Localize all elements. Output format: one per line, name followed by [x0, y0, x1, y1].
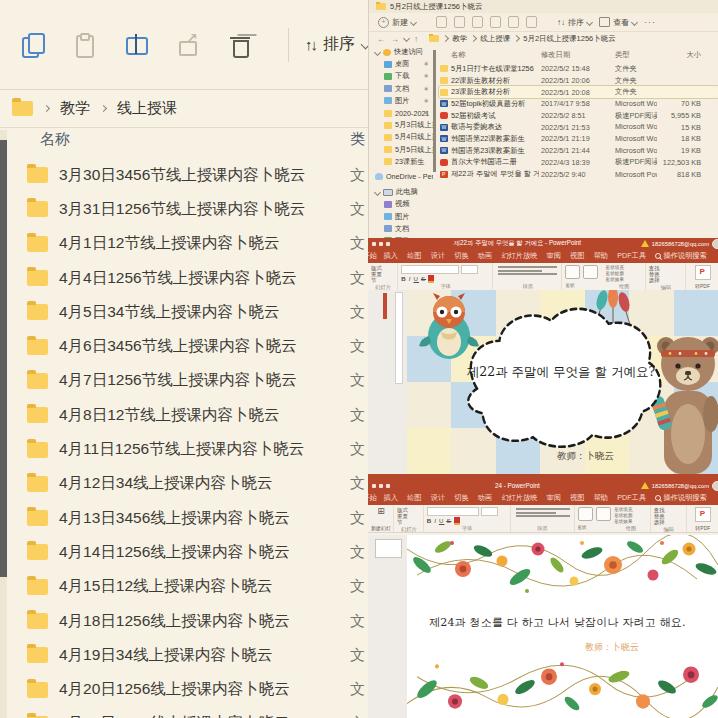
copy-button[interactable] [22, 33, 74, 57]
folder-row[interactable]: 4月20日1256线上授课内容卜晓云 文 [0, 672, 368, 706]
delete-button[interactable] [526, 16, 537, 28]
shape-fill-button[interactable]: 形状填充 [606, 265, 643, 271]
slide-thumbnails-pane[interactable] [368, 535, 407, 718]
file-row[interactable]: 首尔大学韩国语二册 2022/4/3 18:39 极速PDF阅读器 122,50… [439, 157, 718, 169]
avatar[interactable] [712, 481, 718, 491]
column-header-date[interactable]: 修改日期 [541, 50, 570, 60]
ribbon-tab[interactable]: 绘图 [403, 493, 427, 503]
folder-row[interactable]: 4月13日3456线上授课内容卜晓云 文 [0, 501, 368, 535]
share-button[interactable] [178, 33, 230, 57]
tab-home-clipped[interactable]: 开始 [368, 251, 379, 261]
sidebar-item[interactable]: 文档 [369, 83, 433, 95]
column-header-name[interactable]: 名称 [451, 50, 466, 60]
folder-row[interactable]: 4月4日1256节线上授课内容卜晓云 文 [0, 261, 368, 295]
file-row[interactable]: 52届初级考试 2022/5/2 8:51 极速PDF阅读器 5,955 KB [439, 110, 718, 122]
quick-access-toolbar[interactable] [372, 242, 390, 246]
shapes-button[interactable] [565, 265, 580, 279]
column-header-type[interactable]: 类 [350, 130, 365, 149]
font-buttons[interactable]: BIUS [427, 517, 508, 525]
scrollbar[interactable] [0, 130, 7, 718]
sidebar-item-quick-access[interactable]: 快速访问 [369, 46, 433, 58]
paragraph-buttons[interactable] [496, 265, 559, 277]
ribbon-tab[interactable]: 幻灯片放映 [497, 251, 542, 261]
sidebar-scrollbar[interactable] [433, 50, 436, 172]
new-button[interactable]: + 新建 [378, 17, 416, 28]
ribbon-tab[interactable]: 切换 [450, 493, 474, 503]
ribbon-tab[interactable]: 审阅 [542, 251, 566, 261]
ribbon-tab[interactable]: 帮助 [589, 251, 613, 261]
sidebar-item-this-pc[interactable]: 此电脑 [369, 186, 433, 198]
file-row[interactable]: 제22과 주말에 무엇을 할 거예요 2022/5/2 9:40 Microso… [439, 168, 718, 180]
sort-button[interactable]: ↑↓ 排序 [557, 17, 592, 28]
sidebar-item[interactable]: 23课新生 [369, 156, 433, 168]
window-tab[interactable]: 5月2日线上授课1256卜晓云 [369, 0, 718, 13]
file-row[interactable]: 韩国语第23课教案新生 2022/5/1 21:44 Microsoft Wor… [439, 145, 718, 157]
ribbon-tab[interactable]: 审阅 [542, 493, 566, 503]
column-header-type[interactable]: 类型 [615, 50, 630, 60]
slide-title[interactable]: 제24과 청소를 다 하고 나서 낮잠이나 자려고 해요. [429, 615, 714, 630]
folder-row[interactable]: 4月21日1256线上授课内容卜晓云 文 [0, 707, 368, 718]
folder-row[interactable]: 4月18日1256线上授课内容卜晓云 文 [0, 604, 368, 638]
account-email[interactable]: 1826586728@qq.com [652, 241, 709, 247]
folder-row[interactable]: 4月14日1256线上授课内容卜晓云 文 [0, 535, 368, 569]
file-row[interactable]: 22课新生教材分析 2022/5/1 20:06 文件夹 [439, 75, 718, 87]
file-row[interactable]: 敬语与委婉表达 2022/5/1 21:53 Microsoft Word 文档… [439, 121, 718, 133]
shape-outline-button[interactable]: 形状轮廓 [614, 513, 648, 519]
file-row[interactable]: 韩国语第22课教案新生 2022/5/1 21:19 Microsoft Wor… [439, 133, 718, 145]
new-slide-button[interactable]: ⊞ [371, 507, 391, 516]
slide-canvas-1[interactable]: 제22과 주말에 무엇을 할 거예요? 教师：卜晓云 [407, 290, 718, 474]
slide-title[interactable]: 제22과 주말에 무엇을 할 거예요? [437, 364, 685, 381]
sidebar-item[interactable]: 2020-2021 [369, 107, 433, 119]
file-row[interactable]: 23课新生教材分析 2022/5/1 20:08 文件夹 [439, 86, 718, 98]
rename-button[interactable] [126, 33, 178, 57]
copy-button[interactable] [454, 16, 465, 28]
thumbnail-scrollbar[interactable] [395, 292, 403, 384]
tell-me-search[interactable]: 操作说明搜索 [655, 251, 707, 261]
back-button[interactable]: ← [377, 34, 386, 44]
view-button[interactable]: 查看 [599, 17, 637, 28]
folder-row[interactable]: 4月6日3456节线上授课内容卜晓云 文 [0, 329, 368, 363]
forward-button[interactable]: → [391, 34, 400, 44]
scrollbar-thumb[interactable] [0, 140, 7, 577]
ribbon-tab[interactable]: 视图 [566, 493, 590, 503]
account-email[interactable]: 1826586728@qq.com [652, 483, 709, 489]
ribbon-tab[interactable]: 动画 [473, 251, 497, 261]
ribbon-tab[interactable]: 绘图 [403, 251, 427, 261]
avatar[interactable] [712, 239, 718, 249]
quick-access-toolbar[interactable] [372, 484, 390, 488]
tell-me-search[interactable]: 操作说明搜索 [655, 493, 707, 503]
font-size-combobox[interactable] [461, 265, 478, 274]
breadcrumb-item[interactable]: 教学 [452, 34, 467, 44]
folder-row[interactable]: 4月19日34线上授课内容卜晓云 文 [0, 638, 368, 672]
folder-row[interactable]: 4月11日1256节线上授课内容卜晓云 文 [0, 432, 368, 466]
font-size-combobox[interactable] [481, 507, 498, 516]
arrange-button[interactable] [583, 265, 598, 279]
font-buttons[interactable]: BIUS [401, 275, 490, 283]
more-button[interactable]: ··· [644, 17, 656, 27]
paragraph-buttons[interactable] [514, 507, 572, 519]
ribbon-tab[interactable]: 切换 [450, 251, 474, 261]
convert-pdf-button[interactable] [695, 507, 711, 522]
paste-button[interactable] [472, 16, 483, 28]
paste-button[interactable] [74, 33, 126, 57]
sidebar-item-onedrive[interactable]: OneDrive - Pers [369, 171, 433, 183]
sidebar-item[interactable]: 5月4日线上授课 [369, 131, 433, 143]
teacher-caption[interactable]: 教师：卜晓云 [557, 450, 687, 463]
column-header-name[interactable]: 名称 [40, 130, 70, 149]
ribbon-tab[interactable]: 幻灯片放映 [497, 493, 542, 503]
sidebar-item[interactable]: 5月5日线上授课 [369, 144, 433, 156]
ribbon-tab[interactable]: 动画 [473, 493, 497, 503]
breadcrumb-item[interactable]: 线上授课 [117, 99, 177, 118]
font-color-icon[interactable] [454, 517, 460, 525]
tab-home-clipped[interactable]: 开始 [368, 493, 379, 503]
slide-thumbnail[interactable] [375, 539, 402, 558]
folder-row[interactable]: 4月12日34线上授课内容卜晓云 文 [0, 467, 368, 501]
arrange-button[interactable] [596, 507, 611, 521]
cut-button[interactable] [436, 16, 447, 28]
shape-effects-button[interactable]: 形状效果 [614, 519, 648, 525]
breadcrumb-item[interactable]: 线上授课 [480, 34, 510, 44]
shape-fill-button[interactable]: 形状填充 [614, 507, 648, 513]
ribbon-tab[interactable]: 视图 [566, 251, 590, 261]
sidebar-item[interactable]: 图片 [369, 210, 433, 222]
font-name-combobox[interactable] [427, 507, 479, 516]
